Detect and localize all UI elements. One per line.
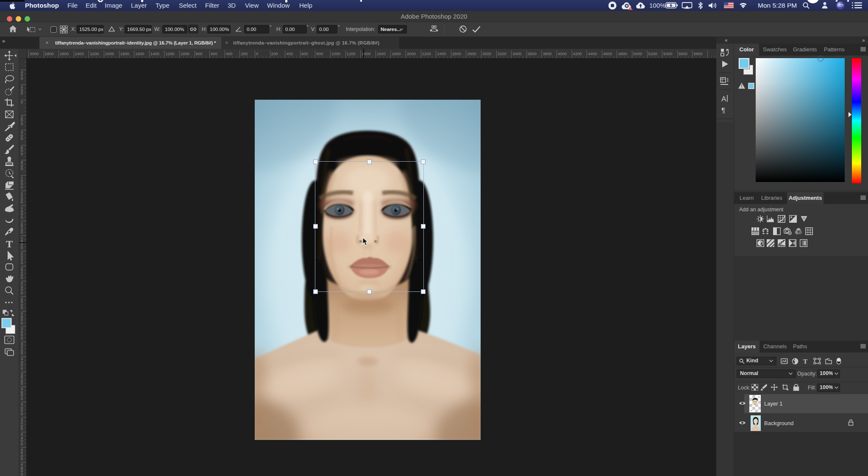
svg-text:!: ! — [630, 7, 631, 10]
svg-text:!: ! — [741, 84, 742, 89]
svg-text:¶: ¶ — [721, 106, 725, 115]
svg-text:A: A — [721, 95, 726, 103]
svg-text:T: T — [803, 358, 807, 365]
svg-text:T: T — [6, 238, 13, 249]
